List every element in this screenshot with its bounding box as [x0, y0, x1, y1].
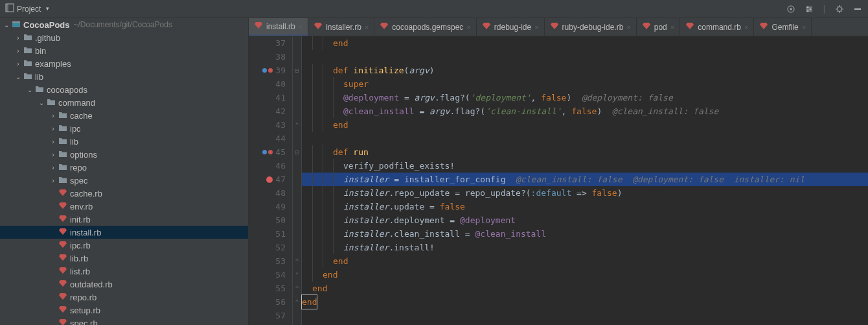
- code-line[interactable]: def initialize(argv): [302, 64, 868, 77]
- code-line[interactable]: end: [302, 36, 868, 50]
- tree-item[interactable]: › .github: [0, 31, 248, 44]
- editor-tab[interactable]: install.rb ×: [249, 18, 308, 36]
- tree-item[interactable]: › repo: [0, 161, 248, 174]
- line-number[interactable]: 45: [249, 145, 292, 159]
- code-line[interactable]: end: [302, 282, 868, 295]
- close-icon[interactable]: ×: [670, 23, 674, 31]
- code-line[interactable]: end: [302, 254, 868, 268]
- fold-marker[interactable]: ⌃: [293, 282, 301, 295]
- tree-item[interactable]: › bin: [0, 44, 248, 57]
- tree-item[interactable]: install.rb: [0, 226, 248, 239]
- tree-item[interactable]: spec.rb: [0, 317, 248, 325]
- line-number[interactable]: 47: [249, 173, 292, 186]
- line-number[interactable]: 41: [249, 91, 292, 104]
- code-line[interactable]: super: [302, 77, 868, 91]
- tree-item[interactable]: outdated.rb: [0, 278, 248, 291]
- settings-icon[interactable]: [804, 4, 814, 14]
- close-icon[interactable]: ×: [299, 23, 303, 30]
- code-line[interactable]: [302, 132, 868, 145]
- line-number[interactable]: 46: [249, 159, 292, 173]
- tree-item[interactable]: › cache: [0, 109, 248, 122]
- project-selector[interactable]: Project ▼: [5, 3, 50, 14]
- tree-item[interactable]: › spec: [0, 174, 248, 187]
- code-line[interactable]: [302, 309, 868, 322]
- line-number[interactable]: 48: [249, 186, 292, 200]
- fold-marker[interactable]: [293, 159, 301, 173]
- line-number[interactable]: 40: [249, 77, 292, 91]
- editor-tab[interactable]: installer.rb ×: [308, 18, 374, 36]
- code-line[interactable]: installer.install!: [302, 241, 868, 254]
- code-line[interactable]: @deployment = argv.flag?('deployment', f…: [302, 91, 868, 104]
- tree-item[interactable]: init.rb: [0, 213, 248, 226]
- fold-marker[interactable]: [293, 309, 301, 322]
- fold-marker[interactable]: [293, 241, 301, 254]
- line-number[interactable]: 54: [249, 268, 292, 282]
- tree-item[interactable]: lib.rb: [0, 252, 248, 265]
- fold-marker[interactable]: [293, 173, 301, 186]
- code-line[interactable]: verify_podfile_exists!: [302, 159, 868, 173]
- close-icon[interactable]: ×: [626, 23, 630, 31]
- close-icon[interactable]: ×: [365, 23, 369, 31]
- editor-tab[interactable]: ruby-debug-ide.rb ×: [545, 18, 637, 36]
- tree-item[interactable]: ⌄ cocoapods: [0, 83, 248, 96]
- editor-tab[interactable]: pod ×: [637, 18, 680, 36]
- tree-item[interactable]: › ipc: [0, 122, 248, 135]
- line-number[interactable]: 37: [249, 36, 292, 50]
- tree-item[interactable]: setup.rb: [0, 304, 248, 317]
- line-number[interactable]: 52: [249, 241, 292, 254]
- fold-marker[interactable]: ⌃: [293, 268, 301, 282]
- code-editor[interactable]: 3738394041424344454647484950515253545556…: [249, 36, 868, 325]
- fold-marker[interactable]: [293, 227, 301, 241]
- tree-item[interactable]: › lib: [0, 135, 248, 148]
- code-line[interactable]: installer.clean_install = @clean_install: [302, 227, 868, 241]
- fold-gutter[interactable]: ⊟⌃⊟⌃⌃⌃⌃: [293, 36, 302, 325]
- tree-item[interactable]: › examples: [0, 57, 248, 70]
- fold-marker[interactable]: ⊟: [293, 145, 301, 159]
- code-line[interactable]: installer = installer_for_config @clean_…: [302, 173, 868, 186]
- line-number[interactable]: 42: [249, 104, 292, 118]
- line-number[interactable]: 55: [249, 282, 292, 295]
- tree-item[interactable]: cache.rb: [0, 187, 248, 200]
- code-line[interactable]: @clean_install = argv.flag?('clean-insta…: [302, 104, 868, 118]
- fold-marker[interactable]: [293, 36, 301, 50]
- fold-marker[interactable]: ⊟: [293, 64, 301, 77]
- override-icon[interactable]: [262, 150, 273, 154]
- editor-tab[interactable]: cocoapods.gemspec ×: [374, 18, 477, 36]
- fold-marker[interactable]: ⌃: [293, 118, 301, 132]
- override-icon[interactable]: [262, 68, 273, 73]
- code-line[interactable]: installer.repo_update = repo_update?(:de…: [302, 186, 868, 200]
- tree-root[interactable]: ⌄ CocoaPods ~/Documents/git/CocoaPods: [0, 18, 248, 31]
- line-number[interactable]: 51: [249, 227, 292, 241]
- close-icon[interactable]: ×: [466, 23, 470, 31]
- line-number[interactable]: 49: [249, 200, 292, 213]
- line-number[interactable]: 44: [249, 132, 292, 145]
- code-line[interactable]: end: [302, 295, 868, 309]
- code-content[interactable]: enddef initialize(argv)super@deployment …: [302, 36, 868, 325]
- code-line[interactable]: end: [302, 268, 868, 282]
- close-icon[interactable]: ×: [534, 23, 538, 31]
- fold-marker[interactable]: [293, 132, 301, 145]
- code-line[interactable]: end: [302, 118, 868, 132]
- tree-item[interactable]: env.rb: [0, 200, 248, 213]
- line-number[interactable]: 53: [249, 254, 292, 268]
- editor-tab[interactable]: Gemfile ×: [754, 18, 812, 36]
- line-number[interactable]: 50: [249, 213, 292, 227]
- line-number[interactable]: 39: [249, 64, 292, 77]
- tree-item[interactable]: ⌄ lib: [0, 70, 248, 83]
- tree-item[interactable]: ⌄ command: [0, 96, 248, 109]
- close-icon[interactable]: ×: [802, 23, 806, 31]
- code-line[interactable]: [302, 50, 868, 64]
- editor-tab[interactable]: command.rb ×: [680, 18, 754, 36]
- line-number-gutter[interactable]: 3738394041424344454647484950515253545556…: [249, 36, 293, 325]
- locate-icon[interactable]: [786, 4, 796, 14]
- fold-marker[interactable]: [293, 104, 301, 118]
- line-number[interactable]: 56: [249, 295, 292, 309]
- gear-icon[interactable]: [834, 4, 845, 14]
- collapse-icon[interactable]: [852, 4, 863, 14]
- fold-marker[interactable]: [293, 50, 301, 64]
- tree-item[interactable]: ipc.rb: [0, 239, 248, 252]
- fold-marker[interactable]: [293, 213, 301, 227]
- line-number[interactable]: 57: [249, 309, 292, 322]
- tree-item[interactable]: list.rb: [0, 265, 248, 278]
- close-icon[interactable]: ×: [744, 23, 748, 31]
